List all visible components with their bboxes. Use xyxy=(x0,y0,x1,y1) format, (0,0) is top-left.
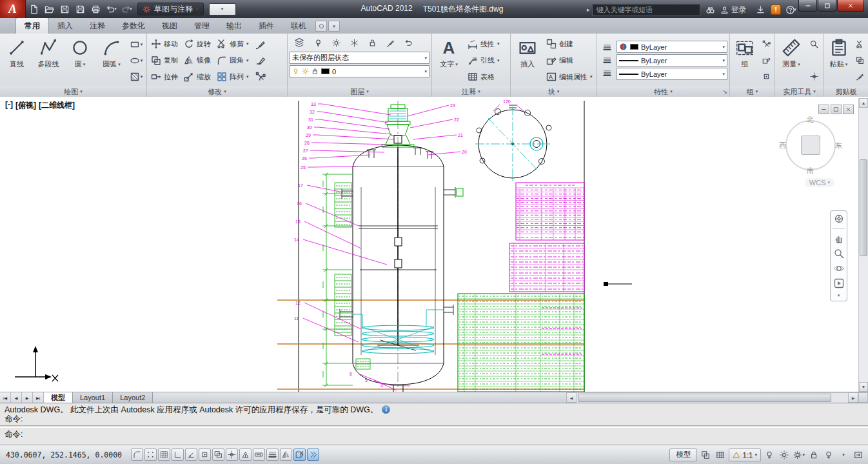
scroll-down-button[interactable]: ▼ xyxy=(859,382,868,392)
group-button[interactable]: 组 xyxy=(732,35,758,86)
scale-button[interactable]: 缩放 xyxy=(182,69,213,85)
layer-lock-button[interactable] xyxy=(364,35,380,50)
maximize-button[interactable] xyxy=(818,0,836,12)
panel-label-clipboard[interactable]: 剪贴板 xyxy=(824,86,868,97)
command-splitter[interactable] xyxy=(0,425,868,428)
undo-button[interactable]: ▾ xyxy=(104,2,119,16)
layer-isolate-button[interactable] xyxy=(328,35,344,50)
tab-manage[interactable]: 管理 xyxy=(186,18,218,34)
layer-prev-button[interactable] xyxy=(400,35,416,50)
3d-object-snap-toggle[interactable] xyxy=(212,449,224,461)
viewcube-top-face[interactable] xyxy=(801,136,820,155)
layer-off-button[interactable] xyxy=(310,35,326,50)
scroll-up-button[interactable]: ▲ xyxy=(859,98,868,108)
cut-button[interactable] xyxy=(853,37,866,52)
ungroup-button[interactable] xyxy=(760,37,773,52)
viewport-minimize-button[interactable] xyxy=(818,105,829,114)
object-snap-toggle[interactable] xyxy=(199,449,211,461)
dynamic-ucs-toggle[interactable] xyxy=(239,449,252,461)
layer-match-button[interactable] xyxy=(382,35,398,50)
ribbon-menu-caret[interactable]: ▾ xyxy=(328,21,340,32)
status-bar-menu-button[interactable]: ▾ xyxy=(837,449,850,461)
vertical-scroll-track[interactable] xyxy=(859,108,868,382)
horizontal-scrollbar[interactable]: ◀ ▶ xyxy=(566,392,868,403)
infer-constraints-toggle[interactable] xyxy=(131,449,143,461)
match-properties-button[interactable] xyxy=(253,37,268,52)
tab-model[interactable]: 模型 xyxy=(44,392,73,403)
qat-customize-dropdown[interactable]: ▾ xyxy=(209,3,236,15)
array-button[interactable]: 阵列▾ xyxy=(215,69,251,85)
panel-label-group[interactable]: 组▾ xyxy=(730,86,774,97)
stretch-button[interactable]: 拉伸 xyxy=(149,69,180,85)
first-layout-button[interactable]: |◀ xyxy=(0,392,11,403)
auto-annotation-scale-button[interactable] xyxy=(778,449,791,461)
sign-in-button[interactable]: 登录 ▾ xyxy=(720,5,751,15)
search-button[interactable] xyxy=(703,3,718,17)
selection-cycling-toggle[interactable] xyxy=(307,449,319,461)
copy-clip-button[interactable] xyxy=(853,53,866,68)
tab-annotate[interactable]: 注释 xyxy=(81,18,113,34)
open-button[interactable] xyxy=(42,2,57,16)
layer-properties-button[interactable] xyxy=(291,35,308,50)
panel-label-modify[interactable]: 修改▾ xyxy=(147,86,287,97)
viewport-restore-button[interactable] xyxy=(831,105,842,114)
layer-dropdown[interactable]: 0 ▾ xyxy=(290,65,429,77)
panel-label-utilities[interactable]: 实用工具▾ xyxy=(775,86,824,97)
tab-insert[interactable]: 插入 xyxy=(49,18,81,34)
quick-view-layouts-button[interactable] xyxy=(699,449,712,461)
horizontal-scroll-thumb[interactable] xyxy=(578,394,831,402)
panel-label-properties[interactable]: 特性▾↘ xyxy=(597,86,729,97)
circle-button[interactable]: 圆▾ xyxy=(65,35,95,86)
quick-view-drawings-button[interactable] xyxy=(714,449,727,461)
tab-view[interactable]: 视图 xyxy=(153,18,186,34)
edit-attributes-button[interactable]: 编辑属性▾ xyxy=(544,69,595,85)
pan-hand-icon[interactable] xyxy=(834,234,844,244)
quick-select-button[interactable] xyxy=(807,37,820,52)
panel-label-layers[interactable]: 图层▾ xyxy=(288,86,431,97)
grid-display-toggle[interactable] xyxy=(158,449,170,461)
viewcube-north[interactable]: 北 xyxy=(807,115,814,125)
text-button[interactable]: A 文字▾ xyxy=(434,35,464,86)
panel-label-annotation[interactable]: 注释▾ xyxy=(432,86,510,97)
next-layout-button[interactable]: ▶ xyxy=(22,392,33,403)
lineweight-dropdown[interactable]: ByLayer ▾ xyxy=(616,54,727,66)
transparency-toggle[interactable] xyxy=(280,449,292,461)
properties-dialog-launcher-icon[interactable]: ↘ xyxy=(722,86,727,97)
notification-icon[interactable]: ! xyxy=(771,5,781,15)
move-button[interactable]: 移动 xyxy=(149,36,180,52)
help-button[interactable]: ▾ xyxy=(784,3,798,17)
arc-button[interactable]: 圆弧▾ xyxy=(97,35,126,86)
line-button[interactable]: 直线 xyxy=(2,35,32,86)
linetype-dropdown[interactable]: ByLayer ▾ xyxy=(616,68,727,80)
object-snap-tracking-toggle[interactable] xyxy=(226,449,238,461)
trim-button[interactable]: 修剪▾ xyxy=(215,36,251,52)
tab-online[interactable]: 联机 xyxy=(282,18,315,34)
rotate-button[interactable]: 旋转 xyxy=(182,36,213,52)
workspace-switching-button[interactable]: ▾ xyxy=(793,449,805,461)
layer-freeze-button[interactable] xyxy=(346,35,362,50)
paste-special-button[interactable] xyxy=(853,69,866,84)
snap-mode-toggle[interactable] xyxy=(144,449,157,461)
vertical-scrollbar[interactable]: ▲ ▼ xyxy=(858,98,868,392)
viewport-close-button[interactable] xyxy=(843,105,854,114)
panel-label-block[interactable]: 块▾ xyxy=(511,86,597,97)
measure-button[interactable]: 测量▾ xyxy=(777,35,805,86)
model-space-button[interactable]: 模型 xyxy=(669,449,697,461)
polar-tracking-toggle[interactable] xyxy=(185,449,197,461)
prev-layout-button[interactable]: ◀ xyxy=(11,392,22,403)
zoom-icon[interactable] xyxy=(834,248,844,259)
drawing-canvas[interactable]: 3332 3130 2928 2726 2523 2221 2017 1615 … xyxy=(0,97,868,392)
erase-button[interactable] xyxy=(253,53,268,68)
quick-properties-toggle[interactable] xyxy=(293,449,306,461)
workspace-dropdown[interactable]: 草图与注释 ▾ xyxy=(137,3,204,15)
copy-button[interactable]: 复制 xyxy=(149,53,180,68)
annotation-scale-button[interactable]: 1:1 ▾ xyxy=(729,449,761,461)
edit-block-button[interactable]: 编辑 xyxy=(544,53,595,68)
polyline-button[interactable]: 多段线 xyxy=(34,35,63,86)
toolbar-lock-button[interactable] xyxy=(807,449,820,461)
layer-state-dropdown[interactable]: 未保存的图层状态 ▾ xyxy=(290,52,429,64)
exchange-apps-button[interactable] xyxy=(753,3,768,17)
coordinate-readout[interactable]: 430.0607, 252.1465, 0.0000 xyxy=(3,450,130,459)
command-line-window[interactable]: Autodesk DWG。 此文件上次由 Autodesk 应用程序或 Auto… xyxy=(0,403,868,445)
tab-plugins[interactable]: 插件 xyxy=(250,18,282,34)
